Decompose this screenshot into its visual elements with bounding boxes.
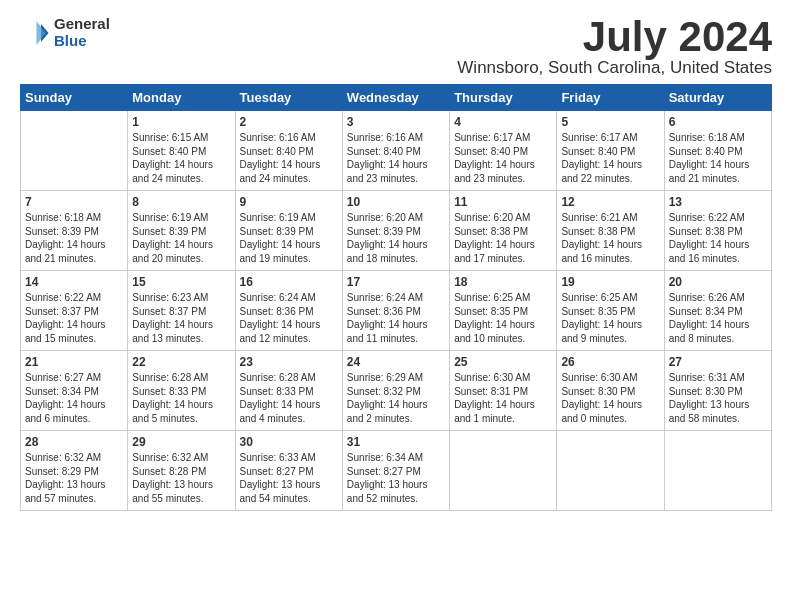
day-info: Sunrise: 6:22 AM Sunset: 8:38 PM Dayligh…	[669, 211, 767, 265]
calendar-cell: 24Sunrise: 6:29 AM Sunset: 8:32 PM Dayli…	[342, 351, 449, 431]
day-number: 9	[240, 195, 338, 209]
calendar-week-row: 28Sunrise: 6:32 AM Sunset: 8:29 PM Dayli…	[21, 431, 772, 511]
day-number: 21	[25, 355, 123, 369]
day-number: 26	[561, 355, 659, 369]
calendar-cell: 26Sunrise: 6:30 AM Sunset: 8:30 PM Dayli…	[557, 351, 664, 431]
day-number: 6	[669, 115, 767, 129]
calendar-subtitle: Winnsboro, South Carolina, United States	[457, 58, 772, 78]
calendar-cell: 22Sunrise: 6:28 AM Sunset: 8:33 PM Dayli…	[128, 351, 235, 431]
day-number: 16	[240, 275, 338, 289]
day-info: Sunrise: 6:25 AM Sunset: 8:35 PM Dayligh…	[454, 291, 552, 345]
day-info: Sunrise: 6:24 AM Sunset: 8:36 PM Dayligh…	[240, 291, 338, 345]
calendar-cell: 15Sunrise: 6:23 AM Sunset: 8:37 PM Dayli…	[128, 271, 235, 351]
day-number: 15	[132, 275, 230, 289]
day-number: 19	[561, 275, 659, 289]
calendar-title: July 2024	[457, 16, 772, 58]
day-info: Sunrise: 6:24 AM Sunset: 8:36 PM Dayligh…	[347, 291, 445, 345]
day-number: 28	[25, 435, 123, 449]
calendar-cell: 29Sunrise: 6:32 AM Sunset: 8:28 PM Dayli…	[128, 431, 235, 511]
calendar-cell: 16Sunrise: 6:24 AM Sunset: 8:36 PM Dayli…	[235, 271, 342, 351]
day-number: 17	[347, 275, 445, 289]
day-number: 7	[25, 195, 123, 209]
day-number: 5	[561, 115, 659, 129]
weekday-header-sunday: Sunday	[21, 85, 128, 111]
page-header: General Blue July 2024 Winnsboro, South …	[20, 16, 772, 78]
day-number: 2	[240, 115, 338, 129]
day-number: 20	[669, 275, 767, 289]
day-number: 22	[132, 355, 230, 369]
logo-blue: Blue	[54, 33, 110, 50]
calendar-cell: 14Sunrise: 6:22 AM Sunset: 8:37 PM Dayli…	[21, 271, 128, 351]
day-info: Sunrise: 6:28 AM Sunset: 8:33 PM Dayligh…	[132, 371, 230, 425]
day-info: Sunrise: 6:26 AM Sunset: 8:34 PM Dayligh…	[669, 291, 767, 345]
day-info: Sunrise: 6:20 AM Sunset: 8:38 PM Dayligh…	[454, 211, 552, 265]
day-info: Sunrise: 6:19 AM Sunset: 8:39 PM Dayligh…	[240, 211, 338, 265]
calendar-cell: 17Sunrise: 6:24 AM Sunset: 8:36 PM Dayli…	[342, 271, 449, 351]
calendar-cell: 25Sunrise: 6:30 AM Sunset: 8:31 PM Dayli…	[450, 351, 557, 431]
day-number: 27	[669, 355, 767, 369]
day-info: Sunrise: 6:18 AM Sunset: 8:40 PM Dayligh…	[669, 131, 767, 185]
title-block: July 2024 Winnsboro, South Carolina, Uni…	[457, 16, 772, 78]
day-info: Sunrise: 6:16 AM Sunset: 8:40 PM Dayligh…	[347, 131, 445, 185]
logo-icon	[20, 18, 50, 48]
day-info: Sunrise: 6:28 AM Sunset: 8:33 PM Dayligh…	[240, 371, 338, 425]
day-info: Sunrise: 6:17 AM Sunset: 8:40 PM Dayligh…	[561, 131, 659, 185]
day-info: Sunrise: 6:32 AM Sunset: 8:29 PM Dayligh…	[25, 451, 123, 505]
calendar-cell: 23Sunrise: 6:28 AM Sunset: 8:33 PM Dayli…	[235, 351, 342, 431]
calendar-cell: 9Sunrise: 6:19 AM Sunset: 8:39 PM Daylig…	[235, 191, 342, 271]
calendar-week-row: 1Sunrise: 6:15 AM Sunset: 8:40 PM Daylig…	[21, 111, 772, 191]
calendar-cell: 4Sunrise: 6:17 AM Sunset: 8:40 PM Daylig…	[450, 111, 557, 191]
weekday-header-tuesday: Tuesday	[235, 85, 342, 111]
day-number: 12	[561, 195, 659, 209]
day-info: Sunrise: 6:18 AM Sunset: 8:39 PM Dayligh…	[25, 211, 123, 265]
calendar-cell: 27Sunrise: 6:31 AM Sunset: 8:30 PM Dayli…	[664, 351, 771, 431]
day-number: 13	[669, 195, 767, 209]
day-info: Sunrise: 6:15 AM Sunset: 8:40 PM Dayligh…	[132, 131, 230, 185]
day-info: Sunrise: 6:30 AM Sunset: 8:31 PM Dayligh…	[454, 371, 552, 425]
weekday-header-thursday: Thursday	[450, 85, 557, 111]
calendar-week-row: 7Sunrise: 6:18 AM Sunset: 8:39 PM Daylig…	[21, 191, 772, 271]
logo: General Blue	[20, 16, 110, 49]
weekday-header-row: SundayMondayTuesdayWednesdayThursdayFrid…	[21, 85, 772, 111]
calendar-cell	[664, 431, 771, 511]
calendar-cell	[450, 431, 557, 511]
calendar-table: SundayMondayTuesdayWednesdayThursdayFrid…	[20, 84, 772, 511]
day-info: Sunrise: 6:16 AM Sunset: 8:40 PM Dayligh…	[240, 131, 338, 185]
weekday-header-friday: Friday	[557, 85, 664, 111]
day-number: 23	[240, 355, 338, 369]
weekday-header-wednesday: Wednesday	[342, 85, 449, 111]
day-number: 8	[132, 195, 230, 209]
calendar-cell: 20Sunrise: 6:26 AM Sunset: 8:34 PM Dayli…	[664, 271, 771, 351]
day-info: Sunrise: 6:33 AM Sunset: 8:27 PM Dayligh…	[240, 451, 338, 505]
day-info: Sunrise: 6:20 AM Sunset: 8:39 PM Dayligh…	[347, 211, 445, 265]
day-number: 3	[347, 115, 445, 129]
day-info: Sunrise: 6:34 AM Sunset: 8:27 PM Dayligh…	[347, 451, 445, 505]
calendar-cell: 10Sunrise: 6:20 AM Sunset: 8:39 PM Dayli…	[342, 191, 449, 271]
calendar-cell: 5Sunrise: 6:17 AM Sunset: 8:40 PM Daylig…	[557, 111, 664, 191]
calendar-cell: 3Sunrise: 6:16 AM Sunset: 8:40 PM Daylig…	[342, 111, 449, 191]
day-number: 25	[454, 355, 552, 369]
calendar-week-row: 21Sunrise: 6:27 AM Sunset: 8:34 PM Dayli…	[21, 351, 772, 431]
calendar-cell: 21Sunrise: 6:27 AM Sunset: 8:34 PM Dayli…	[21, 351, 128, 431]
logo-text: General Blue	[54, 16, 110, 49]
day-info: Sunrise: 6:22 AM Sunset: 8:37 PM Dayligh…	[25, 291, 123, 345]
day-number: 31	[347, 435, 445, 449]
day-number: 10	[347, 195, 445, 209]
weekday-header-monday: Monday	[128, 85, 235, 111]
day-number: 18	[454, 275, 552, 289]
weekday-header-saturday: Saturday	[664, 85, 771, 111]
calendar-cell: 18Sunrise: 6:25 AM Sunset: 8:35 PM Dayli…	[450, 271, 557, 351]
calendar-cell: 6Sunrise: 6:18 AM Sunset: 8:40 PM Daylig…	[664, 111, 771, 191]
calendar-cell: 13Sunrise: 6:22 AM Sunset: 8:38 PM Dayli…	[664, 191, 771, 271]
day-number: 30	[240, 435, 338, 449]
day-number: 29	[132, 435, 230, 449]
calendar-cell: 11Sunrise: 6:20 AM Sunset: 8:38 PM Dayli…	[450, 191, 557, 271]
calendar-cell: 8Sunrise: 6:19 AM Sunset: 8:39 PM Daylig…	[128, 191, 235, 271]
calendar-cell	[557, 431, 664, 511]
day-info: Sunrise: 6:29 AM Sunset: 8:32 PM Dayligh…	[347, 371, 445, 425]
calendar-cell	[21, 111, 128, 191]
day-info: Sunrise: 6:25 AM Sunset: 8:35 PM Dayligh…	[561, 291, 659, 345]
day-number: 1	[132, 115, 230, 129]
calendar-cell: 31Sunrise: 6:34 AM Sunset: 8:27 PM Dayli…	[342, 431, 449, 511]
calendar-cell: 19Sunrise: 6:25 AM Sunset: 8:35 PM Dayli…	[557, 271, 664, 351]
